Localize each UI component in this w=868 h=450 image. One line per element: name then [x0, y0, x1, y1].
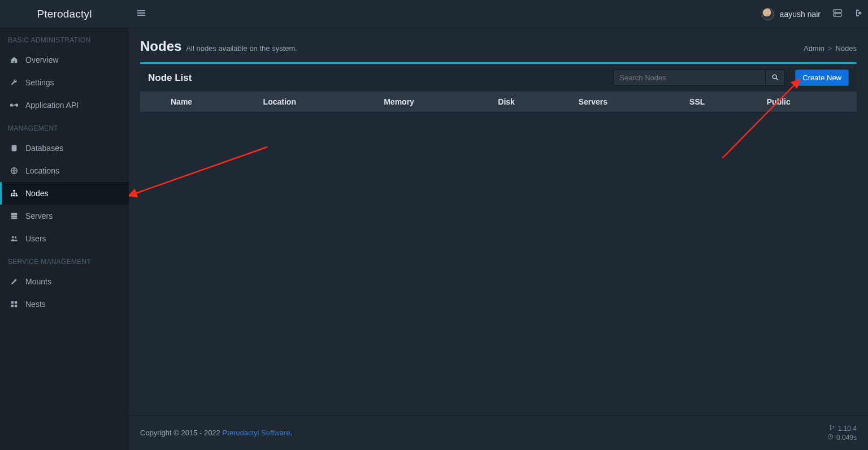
sidebar-item-databases[interactable]: Databases: [0, 137, 129, 159]
svg-rect-10: [11, 213, 18, 215]
node-list-box: Node List Create New Name: [140, 62, 857, 112]
wrench-icon: [10, 79, 19, 86]
sidebar-item-label: Databases: [25, 144, 63, 153]
breadcrumb-root[interactable]: Admin: [804, 44, 824, 53]
svg-rect-11: [11, 215, 18, 218]
sidebar-item-mounts[interactable]: Mounts: [0, 270, 129, 293]
breadcrumb: Admin > Nodes: [804, 44, 857, 53]
magic-icon: [10, 278, 19, 285]
database-icon: [10, 144, 19, 152]
sidebar-item-overview[interactable]: Overview: [0, 49, 129, 71]
content-header: Nodes All nodes available on the system.…: [129, 28, 868, 62]
user-menu[interactable]: aayush nair: [755, 0, 827, 28]
sidebar-item-settings[interactable]: Settings: [0, 71, 129, 94]
avatar: [762, 8, 774, 20]
user-name: aayush nair: [780, 10, 821, 19]
sidebar-item-label: Servers: [25, 211, 53, 220]
server-icon: [10, 212, 19, 220]
col-disk: Disk: [490, 92, 570, 112]
breadcrumb-sep: >: [828, 44, 832, 53]
svg-point-24: [833, 426, 834, 427]
sidebar-item-api[interactable]: Application API: [0, 94, 129, 116]
svg-rect-16: [15, 301, 17, 304]
col-memory: Memory: [376, 92, 490, 112]
breadcrumb-current: Nodes: [835, 44, 857, 53]
logout-button[interactable]: [848, 0, 868, 28]
box-header: Node List Create New: [140, 64, 857, 92]
footer: Copyright © 2015 - 2022 Pterodactyl Soft…: [129, 416, 868, 450]
table-header-row: Name Location Memory Disk Servers SSL Pu…: [140, 92, 857, 112]
footer-time: 0.049s: [836, 433, 857, 442]
col-ssl: SSL: [682, 92, 759, 112]
col-servers: Servers: [571, 92, 682, 112]
topbar: Pterodactyl aayush nair: [0, 0, 868, 28]
sidebar: BASIC ADMINISTRATION Overview Settings A…: [0, 28, 129, 450]
svg-point-2: [835, 11, 836, 12]
svg-rect-17: [11, 305, 14, 307]
globe-icon: [10, 167, 19, 175]
svg-line-20: [136, 147, 267, 193]
footer-stats: 1.10.4 0.049s: [827, 424, 857, 442]
svg-rect-1: [834, 14, 841, 16]
sidebar-item-label: Mounts: [25, 277, 51, 286]
sidebar-item-label: Application API: [25, 101, 79, 110]
search-button[interactable]: [766, 70, 785, 86]
sidebar-section-label: SERVICE MANAGEMENT: [0, 250, 129, 270]
server-view-button[interactable]: [827, 0, 848, 28]
sidebar-section-label: BASIC ADMINISTRATION: [0, 28, 129, 49]
col-spacer: [140, 92, 163, 112]
code-branch-icon: [829, 424, 835, 433]
footer-copyright-prefix: Copyright © 2015 - 2022: [140, 429, 222, 437]
svg-rect-12: [11, 218, 18, 219]
footer-copyright: Copyright © 2015 - 2022 Pterodactyl Soft…: [140, 429, 292, 437]
nodes-table: Name Location Memory Disk Servers SSL Pu…: [140, 92, 857, 112]
svg-rect-18: [15, 305, 17, 307]
sidebar-item-nests[interactable]: Nests: [0, 293, 129, 315]
page-title: Nodes: [140, 38, 181, 54]
search-icon: [771, 73, 779, 83]
svg-point-22: [830, 425, 831, 426]
svg-rect-9: [16, 195, 18, 197]
col-location: Location: [255, 92, 376, 112]
sidebar-section-label: MANAGEMENT: [0, 116, 129, 137]
sidebar-item-locations[interactable]: Locations: [0, 159, 129, 182]
page-subtitle: All nodes available on the system.: [186, 44, 297, 53]
link-icon: [10, 101, 19, 109]
sidebar-item-label: Overview: [25, 55, 58, 64]
svg-point-4: [12, 145, 17, 147]
svg-rect-0: [834, 10, 841, 12]
users-icon: [10, 235, 19, 243]
sidebar-item-servers[interactable]: Servers: [0, 205, 129, 227]
svg-point-23: [830, 429, 831, 430]
search-input[interactable]: [613, 70, 766, 86]
search-form: [613, 70, 785, 86]
clock-icon: [827, 433, 834, 442]
bars-icon: [137, 8, 146, 19]
sitemap-icon: [10, 189, 19, 197]
server-icon: [833, 8, 842, 19]
brand[interactable]: Pterodactyl: [0, 0, 129, 28]
svg-point-14: [15, 236, 16, 238]
sidebar-item-label: Nests: [25, 300, 46, 309]
col-name: Name: [163, 92, 255, 112]
sign-out-icon: [853, 8, 862, 19]
main-content: Nodes All nodes available on the system.…: [129, 28, 868, 450]
svg-rect-6: [13, 190, 15, 192]
col-public: Public: [759, 92, 857, 112]
sidebar-item-label: Locations: [25, 166, 59, 175]
sidebar-item-users[interactable]: Users: [0, 227, 129, 250]
footer-link[interactable]: Pterodactyl Software: [222, 429, 290, 437]
svg-point-13: [12, 236, 14, 238]
svg-rect-15: [11, 301, 14, 304]
svg-rect-7: [11, 195, 13, 197]
sidebar-item-label: Settings: [25, 78, 54, 87]
box-title: Node List: [148, 72, 192, 84]
sidebar-item-label: Users: [25, 234, 46, 243]
th-large-icon: [10, 300, 19, 308]
sidebar-item-nodes[interactable]: Nodes: [0, 182, 129, 205]
hamburger-toggle[interactable]: [129, 0, 154, 28]
svg-point-3: [835, 15, 836, 16]
footer-copyright-suffix: .: [290, 429, 292, 437]
create-new-button[interactable]: Create New: [795, 70, 849, 86]
svg-rect-8: [13, 195, 15, 197]
